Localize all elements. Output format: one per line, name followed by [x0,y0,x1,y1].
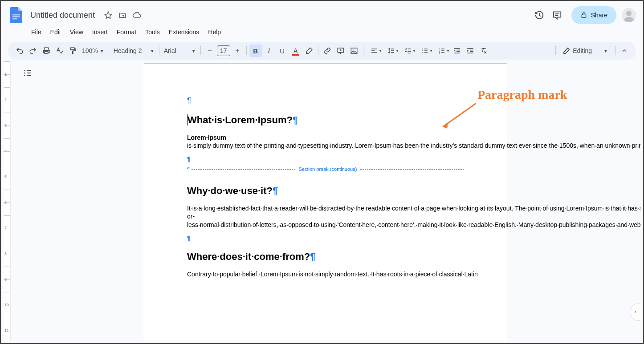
chevron-down-icon: ▼ [603,49,608,53]
highlight-color-button[interactable] [303,45,315,57]
svg-rect-5 [582,15,586,18]
chevron-down-icon: ▼ [100,49,104,53]
svg-point-7 [626,11,632,16]
empty-paragraph[interactable]: ¶ [187,234,464,242]
menu-edit[interactable]: Edit [47,27,65,37]
annotation-text: Paragraph mark [477,88,567,102]
document-page[interactable]: Paragraph mark ¶ What·is·Lorem·Ipsum?¶ L… [144,63,507,341]
empty-paragraph[interactable]: ¶ [187,155,464,163]
font-size-decrease-button[interactable] [204,45,216,57]
share-button[interactable]: Share [571,6,616,24]
svg-rect-2 [12,19,17,20]
document-scroll-area[interactable]: Paragraph mark ¶ What·is·Lorem·Ipsum?¶ L… [11,61,640,341]
titlebar: Untitled document Share [1,1,643,26]
decrease-indent-button[interactable] [451,45,463,57]
print-button[interactable] [40,45,53,57]
svg-point-40 [24,73,25,74]
menu-tools[interactable]: Tools [142,27,163,37]
font-size-increase-button[interactable] [231,45,244,57]
bulleted-list-button[interactable] [417,45,433,57]
font-size-control [204,45,244,57]
menubar: File Edit View Insert Format Tools Exten… [1,26,643,38]
document-outline-button[interactable] [21,67,34,79]
line-spacing-button[interactable] [383,45,399,57]
pencil-icon [563,47,570,54]
svg-point-20 [422,50,423,51]
menu-extensions[interactable]: Extensions [165,27,203,37]
document-title[interactable]: Untitled document [28,10,98,21]
menu-view[interactable]: View [66,27,87,37]
svg-point-41 [24,75,25,76]
chevron-down-icon: ▼ [150,49,155,53]
svg-rect-1 [12,16,20,17]
history-icon[interactable] [530,6,548,24]
insert-link-button[interactable] [321,45,334,57]
svg-point-19 [422,49,423,49]
heading-1[interactable]: What·is·Lorem·Ipsum?¶ [187,113,464,127]
chevron-down-icon: ▼ [192,49,196,53]
paragraph-2[interactable]: It·is·a·long·established·fact·that·a·rea… [187,204,464,229]
redo-button[interactable] [27,45,39,57]
align-button[interactable] [366,45,382,57]
zoom-select[interactable]: 100%▼ [80,47,106,54]
lock-icon [580,12,587,19]
italic-button[interactable]: I [263,45,275,57]
share-label: Share [591,12,607,19]
svg-text:3: 3 [439,52,440,54]
menu-insert[interactable]: Insert [89,27,111,37]
text-color-button[interactable]: A [289,45,302,57]
editing-mode-button[interactable]: Editing ▼ [558,45,612,57]
svg-rect-0 [12,15,20,16]
heading-3[interactable]: Where·does·it·come·from?¶ [187,250,464,264]
paragraph-1[interactable]: Lorem·Ipsum is·simply·dummy·text·of·the·… [187,134,464,150]
insert-image-button[interactable] [348,45,360,57]
menu-format[interactable]: Format [113,27,140,37]
toolbar: 100%▼ Heading 2▼ Arial▼ B I U A 123 Edit… [8,42,636,60]
empty-paragraph[interactable]: ¶ [187,96,464,105]
svg-point-15 [352,49,353,50]
bold-button[interactable]: B [249,45,262,57]
docs-logo[interactable] [8,7,24,23]
underline-button[interactable]: U [276,45,289,57]
insert-comment-button[interactable] [334,45,347,57]
checklist-button[interactable] [400,45,416,57]
svg-point-39 [24,70,25,71]
spellcheck-button[interactable] [53,45,66,57]
star-icon[interactable] [103,10,114,20]
menu-file[interactable]: File [28,27,45,37]
increase-indent-button[interactable] [464,45,477,57]
font-select[interactable]: Arial▼ [162,47,198,54]
section-break: ¶ Section break (continuous) [187,166,464,172]
font-size-input[interactable] [217,45,230,56]
collapse-toolbar-button[interactable] [618,45,631,57]
cloud-status-icon[interactable] [131,10,142,20]
paint-format-button[interactable] [67,45,79,57]
paragraph-style-select[interactable]: Heading 2▼ [112,47,156,54]
paragraph-3[interactable]: Contrary·to·popular·belief,·Lorem·Ipsum·… [187,270,464,278]
move-icon[interactable] [117,10,128,20]
svg-point-21 [422,52,423,53]
numbered-list-button[interactable]: 123 [434,45,450,57]
heading-2[interactable]: Why·do·we·use·it?¶ [187,184,464,198]
comments-icon[interactable] [548,6,566,24]
undo-button[interactable] [13,45,26,57]
vertical-ruler[interactable]: 12345678910111213 [4,61,11,341]
menu-help[interactable]: Help [204,27,224,37]
clear-formatting-button[interactable] [477,45,490,57]
avatar[interactable] [622,8,636,22]
